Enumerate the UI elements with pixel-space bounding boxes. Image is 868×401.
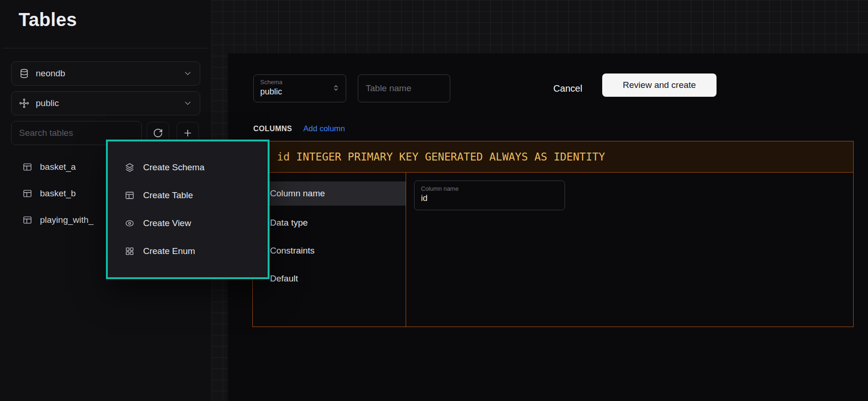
table-name-input[interactable] — [358, 74, 450, 102]
schema-selector-value: public — [36, 98, 59, 108]
database-icon — [19, 68, 29, 79]
database-selector-value: neondb — [36, 68, 65, 79]
menu-item-label: Create Table — [143, 190, 193, 200]
property-label: Constraints — [270, 246, 315, 256]
property-label: Data type — [270, 218, 308, 228]
property-row-constraints[interactable]: Constraints — [253, 237, 406, 265]
property-label: Column name — [270, 188, 325, 199]
menu-item-create-view[interactable]: Create View — [108, 209, 268, 237]
table-name: basket_a — [40, 162, 76, 172]
column-properties-nav: Column name Data type Constraints Defaul… — [253, 173, 406, 327]
property-row-column-name[interactable]: Column name — [253, 181, 406, 206]
schema-icon — [19, 98, 29, 108]
property-label: Default — [270, 274, 298, 284]
table-icon — [22, 162, 33, 172]
chevron-down-icon — [183, 99, 192, 108]
divider — [3, 48, 208, 48]
chevrons-updown-icon — [332, 84, 340, 94]
columns-header-row: COLUMNS Add column — [253, 124, 345, 134]
table-name: playing_with_ — [40, 215, 93, 225]
chevron-down-icon — [183, 69, 192, 78]
create-table-panel: Schema public Cancel Review and create C… — [228, 53, 868, 401]
app-window: Schema public Cancel Review and create C… — [0, 0, 868, 401]
column-property-detail: Column name id — [406, 173, 853, 327]
layers-icon — [125, 162, 135, 173]
column-definition-banner[interactable]: id INTEGER PRIMARY KEY GENERATED ALWAYS … — [252, 141, 854, 173]
table-icon — [22, 215, 33, 225]
property-row-default[interactable]: Default — [253, 265, 406, 293]
menu-item-label: Create Schema — [143, 162, 204, 173]
create-menu-popup: Create Schema Create Table Create View C… — [106, 140, 270, 279]
menu-item-create-table[interactable]: Create Table — [108, 181, 268, 209]
review-and-create-button[interactable]: Review and create — [602, 74, 717, 97]
columns-heading: COLUMNS — [253, 125, 292, 133]
table-icon — [125, 190, 135, 200]
column-name-field-label: Column name — [421, 185, 558, 192]
grid-icon — [125, 246, 135, 256]
menu-item-label: Create Enum — [143, 246, 195, 256]
schema-select-label: Schema — [260, 79, 339, 86]
view-icon — [125, 218, 135, 228]
column-name-field[interactable]: Column name id — [414, 180, 565, 210]
menu-item-label: Create View — [143, 218, 191, 228]
plus-icon — [183, 128, 193, 138]
menu-item-create-enum[interactable]: Create Enum — [108, 237, 268, 265]
schema-selector[interactable]: public — [11, 91, 200, 115]
cancel-button[interactable]: Cancel — [544, 77, 592, 100]
refresh-icon — [153, 128, 163, 138]
database-selector[interactable]: neondb — [11, 61, 200, 86]
column-name-field-value: id — [421, 194, 558, 203]
property-row-data-type[interactable]: Data type — [253, 209, 406, 237]
menu-item-create-schema[interactable]: Create Schema — [108, 154, 268, 181]
page-title: Tables — [19, 9, 77, 30]
schema-select-value: public — [260, 87, 339, 96]
table-icon — [22, 188, 33, 199]
add-column-link[interactable]: Add column — [303, 124, 345, 134]
column-editor: Column name Data type Constraints Defaul… — [252, 172, 854, 327]
schema-select[interactable]: Schema public — [253, 74, 346, 102]
table-name: basket_b — [40, 188, 76, 199]
column-sql-text: id INTEGER PRIMARY KEY GENERATED ALWAYS … — [277, 151, 605, 163]
